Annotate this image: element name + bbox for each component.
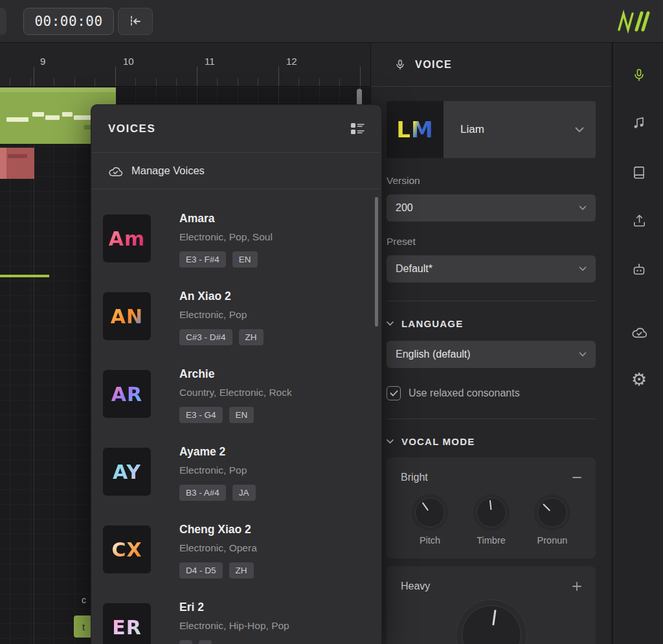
- ruler-major-tick: [197, 67, 197, 86]
- vocal-mode-group-heavy: Heavy: [387, 566, 596, 644]
- right-icon-toolbar: ⚙: [614, 43, 663, 644]
- voice-panel-header: VOICE: [371, 43, 611, 87]
- clip-edge: [0, 148, 6, 179]
- note-preview: [62, 112, 73, 117]
- voice-avatar-letters: AN: [111, 305, 143, 328]
- voice-list-item[interactable]: AY Ayame 2 Electronic, Pop B3 - A#4 JA: [91, 433, 381, 511]
- app-window: 00:00:00 9 10 11 12: [0, 0, 663, 644]
- pronun-knob[interactable]: [537, 498, 567, 527]
- voice-language-tag: EN: [232, 251, 258, 268]
- bar-number: 12: [286, 56, 297, 67]
- preset-label: Preset: [387, 236, 596, 247]
- voice-range-tag: B3 - A#4: [179, 485, 226, 501]
- cloud-sync-button[interactable]: [626, 319, 652, 345]
- export-tab-button[interactable]: [626, 207, 652, 233]
- chevron-down-icon: [579, 266, 587, 271]
- voice-list-item[interactable]: Am Amara Electronic, Pop, Soul E3 - F#4 …: [91, 200, 381, 277]
- bar-number: 10: [123, 56, 134, 67]
- ruler-major-tick: [278, 67, 279, 86]
- note-preview: [8, 154, 27, 158]
- heavy-label: Heavy: [401, 581, 430, 592]
- chevron-down-icon: [579, 205, 587, 211]
- checkbox-checked[interactable]: [387, 386, 401, 400]
- version-select[interactable]: 200: [387, 194, 596, 222]
- dictionary-tab-button[interactable]: [626, 159, 652, 185]
- robot-icon: [631, 262, 647, 277]
- voice-tab-button[interactable]: [626, 62, 652, 88]
- minus-icon: [572, 476, 581, 479]
- voices-popup: VOICES Manage Voices Am: [91, 104, 382, 644]
- divider: [387, 301, 596, 301]
- voice-name: Amara: [179, 211, 381, 225]
- voice-list-item[interactable]: AN An Xiao 2 Electronic, Pop C#3 - D#4 Z…: [91, 277, 381, 355]
- vocal-mode-group-bright: Bright Pitch: [387, 457, 596, 558]
- chevron-down-icon: [387, 321, 394, 326]
- ruler-major-tick: [115, 67, 116, 86]
- selected-voice-avatar: LM: [387, 101, 444, 158]
- chevron-down-icon: [575, 127, 584, 133]
- cloud-check-icon: [631, 325, 647, 339]
- manage-voices-label: Manage Voices: [131, 165, 205, 177]
- knob-pointer: [422, 502, 429, 511]
- gear-icon: ⚙: [631, 371, 647, 389]
- skip-to-start-icon: [128, 14, 143, 29]
- voice-panel-title: VOICE: [415, 59, 452, 71]
- voice-language-tag: [199, 640, 212, 644]
- voice-list-item[interactable]: ER Eri 2 Electronic, Hip-Hop, Pop: [91, 588, 381, 644]
- collapse-button[interactable]: [572, 476, 581, 479]
- voice-avatar: AY: [103, 448, 151, 496]
- settings-button[interactable]: ⚙: [626, 367, 652, 393]
- language-section-header[interactable]: LANGUAGE: [387, 318, 596, 329]
- voices-popup-title: VOICES: [108, 122, 155, 135]
- voice-avatar: ER: [103, 603, 151, 644]
- voice-list-item[interactable]: AR Archie Country, Electronic, Rock E3 -…: [91, 355, 381, 433]
- note-preview: [45, 115, 60, 120]
- voice-avatar-letters: AY: [113, 461, 141, 483]
- voice-range-tag: D4 - D5: [179, 562, 223, 579]
- voice-avatar-letters: CX: [111, 538, 142, 561]
- voice-list-item[interactable]: CX Cheng Xiao 2 Electronic, Opera D4 - D…: [91, 511, 381, 588]
- voice-avatar-letters: LM: [396, 117, 434, 143]
- voice-genres: Electronic, Opera: [179, 542, 381, 555]
- preset-select[interactable]: Default*: [387, 255, 596, 282]
- pitch-knob[interactable]: [415, 498, 445, 527]
- manage-voices-button[interactable]: Manage Voices: [91, 153, 381, 189]
- piano-roll-note[interactable]: [0, 275, 49, 277]
- chevron-down-icon: [387, 439, 394, 444]
- plus-icon: [572, 582, 581, 591]
- time-display[interactable]: 00:00:00: [23, 8, 114, 35]
- knob-pointer: [492, 610, 496, 625]
- voice-avatar: AR: [103, 370, 151, 418]
- app-logo: [616, 9, 654, 34]
- chevron-down-icon: [579, 352, 587, 357]
- timbre-knob[interactable]: [477, 498, 506, 527]
- notes-tab-button[interactable]: [626, 110, 652, 136]
- timeline-ruler[interactable]: 9 10 11 12: [0, 43, 370, 87]
- voice-avatar-letters: AR: [111, 383, 142, 406]
- language-select[interactable]: English (default): [387, 341, 596, 368]
- ai-assistant-tab-button[interactable]: [626, 257, 652, 282]
- voice-settings-panel: VOICE LM Liam Version 200 Preset Default…: [370, 43, 611, 644]
- midi-clip-red[interactable]: [0, 148, 34, 179]
- book-icon: [632, 165, 647, 180]
- voice-selector[interactable]: LM Liam: [387, 101, 596, 158]
- relaxed-consonants-row[interactable]: Use relaxed consonants: [387, 386, 596, 400]
- heavy-knob[interactable]: [462, 605, 521, 644]
- note-preview: [32, 112, 44, 117]
- pronun-knob-label: Pronun: [537, 535, 568, 546]
- expand-button[interactable]: [572, 582, 581, 591]
- list-view-toggle-icon[interactable]: [350, 122, 365, 135]
- popup-scrollbar[interactable]: [375, 197, 378, 327]
- language-value: English (default): [396, 349, 471, 360]
- version-label: Version: [387, 175, 596, 187]
- voice-avatar: AN: [103, 292, 151, 340]
- voice-genres: Country, Electronic, Rock: [179, 386, 381, 399]
- voice-language-tag: EN: [229, 407, 254, 423]
- partial-toolbar-button[interactable]: [0, 8, 6, 35]
- voice-name: Cheng Xiao 2: [179, 522, 381, 536]
- voice-genres: Electronic, Pop: [179, 464, 381, 477]
- preset-value: Default*: [396, 263, 433, 275]
- return-to-start-button[interactable]: [118, 8, 153, 35]
- vocal-mode-section-header[interactable]: VOCAL MODE: [387, 436, 596, 447]
- language-section-title: LANGUAGE: [401, 318, 463, 329]
